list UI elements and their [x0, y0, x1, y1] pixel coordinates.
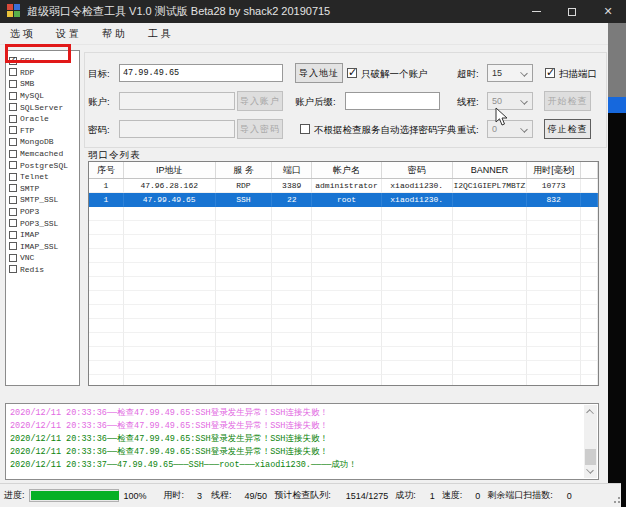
protocol-checkbox[interactable]	[9, 161, 17, 169]
table-header-cell[interactable]: 帐户名	[312, 162, 382, 178]
table-row[interactable]: 147.99.49.65SSH22rootxiaodi1230.832	[89, 193, 598, 207]
start-check-button[interactable]: 开始检查	[544, 91, 591, 111]
stop-check-button[interactable]: 停止检查	[544, 119, 591, 139]
protocol-checkbox[interactable]	[9, 92, 17, 100]
menu-options[interactable]: 选项	[0, 27, 46, 41]
maximize-button[interactable]	[554, 0, 590, 23]
table-cell: root	[312, 193, 382, 207]
table-cell	[89, 333, 124, 347]
table-cell	[312, 333, 382, 347]
protocol-checkbox[interactable]	[9, 173, 17, 181]
table-row[interactable]: 147.96.28.162RDP3389administratorxiaodi1…	[89, 179, 598, 193]
menu-tools[interactable]: 工具	[138, 27, 184, 41]
table-cell	[216, 235, 273, 249]
protocol-item-telnet[interactable]: Telnet	[6, 171, 79, 183]
table-row[interactable]	[89, 249, 598, 263]
import-address-button[interactable]: 导入地址	[295, 63, 343, 83]
protocol-item-mongodb[interactable]: MongoDB	[6, 136, 79, 148]
table-header-cell[interactable]: 用时[毫秒]	[527, 162, 581, 178]
protocol-checkbox[interactable]	[9, 184, 17, 192]
log-scrollbar[interactable]	[584, 405, 597, 478]
table-cell	[527, 291, 581, 305]
table-row[interactable]	[89, 263, 598, 277]
timeout-select[interactable]: 15	[487, 64, 533, 82]
protocol-item-sqlserver[interactable]: SQLServer	[6, 101, 79, 113]
protocol-item-postgresql[interactable]: PostgreSQL	[6, 159, 79, 171]
protocol-item-pop3_ssl[interactable]: POP3_SSL	[6, 217, 79, 229]
target-input[interactable]	[119, 64, 283, 82]
table-cell	[216, 375, 273, 386]
table-row[interactable]	[89, 375, 598, 386]
table-row[interactable]	[89, 333, 598, 347]
protocol-item-smtp_ssl[interactable]: SMTP_SSL	[6, 194, 79, 206]
table-header-cell[interactable]: 密码	[382, 162, 453, 178]
table-header-cell[interactable]	[581, 162, 598, 178]
protocol-item-redis[interactable]: Redis	[6, 264, 79, 276]
table-header-cell[interactable]: BANNER	[453, 162, 528, 178]
protocol-checkbox[interactable]	[9, 254, 17, 262]
table-cell	[89, 221, 124, 235]
protocol-checkbox[interactable]	[9, 208, 17, 216]
protocol-checkbox[interactable]	[9, 150, 17, 158]
table-row[interactable]	[89, 221, 598, 235]
protocol-checkbox[interactable]	[9, 138, 17, 146]
account-input[interactable]	[119, 92, 235, 110]
scan-port-checkbox[interactable]	[545, 68, 555, 78]
protocol-item-imap[interactable]: IMAP	[6, 229, 79, 241]
menu-settings[interactable]: 设置	[46, 27, 92, 41]
table-row[interactable]	[89, 361, 598, 375]
protocol-item-memcached[interactable]: Memcached	[6, 148, 79, 160]
import-password-button[interactable]: 导入密码	[237, 119, 283, 139]
protocol-label: SMTP	[20, 184, 39, 193]
table-row[interactable]	[89, 235, 598, 249]
protocol-item-imap_ssl[interactable]: IMAP_SSL	[6, 241, 79, 253]
resize-grip[interactable]	[611, 494, 620, 503]
table-row[interactable]	[89, 291, 598, 305]
protocol-checkbox[interactable]	[9, 242, 17, 250]
table-row[interactable]	[89, 347, 598, 361]
protocol-item-mysql[interactable]: MySQL	[6, 90, 79, 102]
protocol-checkbox[interactable]	[9, 103, 17, 111]
table-cell	[312, 221, 382, 235]
retry-select[interactable]: 0	[487, 120, 533, 138]
protocol-checkbox[interactable]	[9, 265, 17, 273]
protocol-checkbox[interactable]	[9, 231, 17, 239]
protocol-checkbox[interactable]	[9, 126, 17, 134]
protocol-checkbox[interactable]	[9, 219, 17, 227]
scrollbar-thumb[interactable]	[585, 449, 596, 465]
table-cell	[216, 319, 273, 333]
no-auto-dict-checkbox[interactable]	[300, 124, 310, 134]
close-button[interactable]: ✕	[590, 0, 626, 23]
protocol-checkbox[interactable]	[9, 196, 17, 204]
threads-select[interactable]: 50	[487, 92, 533, 110]
minimize-button[interactable]	[518, 0, 554, 23]
protocol-item-pop3[interactable]: POP3	[6, 206, 79, 218]
protocol-item-vnc[interactable]: VNC	[6, 252, 79, 264]
table-header-cell[interactable]: 服 务	[216, 162, 273, 178]
scroll-down-icon[interactable]	[586, 466, 594, 474]
protocol-item-rdp[interactable]: RDP	[6, 67, 79, 79]
table-cell	[89, 277, 124, 291]
table-header-cell[interactable]: IP地址	[124, 162, 216, 178]
protocol-item-smtp[interactable]: SMTP	[6, 183, 79, 195]
protocol-checkbox[interactable]	[9, 80, 17, 88]
protocol-item-smb[interactable]: SMB	[6, 78, 79, 90]
queue-value: 1514/1275	[346, 491, 389, 501]
protocol-checkbox[interactable]	[9, 68, 17, 76]
table-row[interactable]	[89, 207, 598, 221]
only-one-account-checkbox[interactable]	[347, 68, 357, 78]
table-header-cell[interactable]: 端口	[272, 162, 312, 178]
table-row[interactable]	[89, 277, 598, 291]
table-row[interactable]	[89, 305, 598, 319]
import-account-button[interactable]: 导入账户	[237, 91, 283, 111]
menu-help[interactable]: 帮助	[92, 27, 138, 41]
table-cell	[272, 361, 312, 375]
password-input[interactable]	[119, 120, 235, 138]
table-header-cell[interactable]: 序号	[89, 162, 124, 178]
protocol-item-ftp[interactable]: FTP	[6, 125, 79, 137]
table-row[interactable]	[89, 319, 598, 333]
protocol-checkbox[interactable]	[9, 115, 17, 123]
scroll-up-icon[interactable]	[586, 409, 594, 417]
account-suffix-input[interactable]	[345, 92, 440, 110]
protocol-item-oracle[interactable]: Oracle	[6, 113, 79, 125]
